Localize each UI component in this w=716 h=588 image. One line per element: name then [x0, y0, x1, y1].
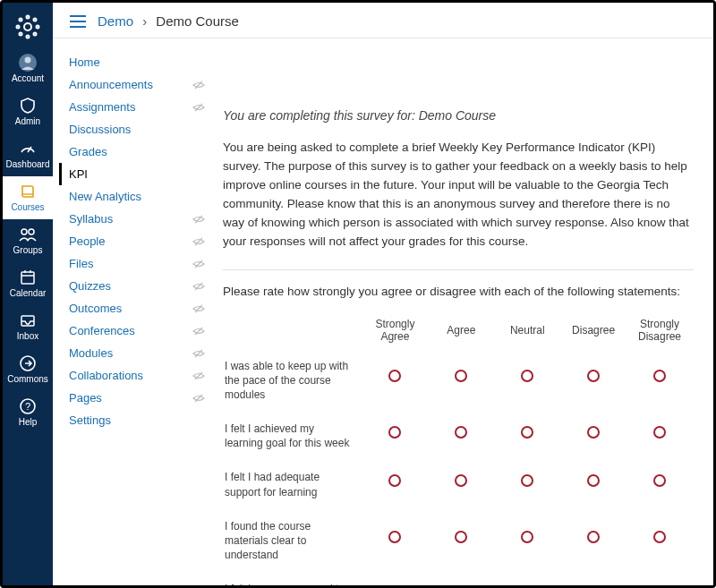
breadcrumb-current: Demo Course — [156, 13, 239, 29]
course-nav-item[interactable]: Settings — [69, 409, 205, 431]
matrix-cell — [495, 464, 559, 511]
nav-help[interactable]: ? Help — [3, 391, 53, 434]
topbar: Demo › Demo Course — [53, 3, 713, 38]
radio-option[interactable] — [455, 531, 467, 543]
matrix-cell — [627, 576, 692, 585]
course-nav-item[interactable]: Outcomes — [69, 297, 205, 320]
matrix-row: I felt I was encouraged to participate o… — [225, 576, 692, 585]
course-nav-item[interactable]: Collaborations — [69, 364, 205, 387]
course-nav-link[interactable]: Quizzes — [69, 279, 111, 293]
radio-option[interactable] — [587, 531, 600, 543]
survey-matrix-prompt: Please rate how strongly you agree or di… — [223, 285, 694, 298]
course-nav-item[interactable]: Grades — [69, 141, 205, 163]
course-nav-link[interactable]: Grades — [69, 145, 107, 158]
matrix-cell — [363, 514, 428, 575]
radio-option[interactable] — [587, 426, 600, 439]
course-nav-link[interactable]: People — [69, 234, 105, 248]
course-nav-link[interactable]: Announcements — [69, 78, 153, 91]
nav-groups-label: Groups — [13, 246, 43, 255]
hidden-eye-icon — [192, 392, 205, 405]
nav-dashboard[interactable]: Dashboard — [3, 133, 53, 176]
radio-option[interactable] — [521, 370, 533, 382]
course-nav-link[interactable]: Assignments — [69, 100, 135, 114]
course-nav-link[interactable]: Settings — [69, 413, 111, 427]
course-nav-item[interactable]: Files — [69, 252, 205, 275]
radio-option[interactable] — [587, 370, 600, 382]
radio-option[interactable] — [521, 531, 533, 543]
matrix-cell — [495, 576, 559, 585]
matrix-statement: I felt I was encouraged to participate o… — [225, 576, 362, 585]
radio-option[interactable] — [388, 531, 401, 543]
matrix-cell — [363, 416, 428, 463]
course-nav-link[interactable]: Conferences — [69, 324, 135, 337]
nav-calendar[interactable]: Calendar — [3, 262, 53, 305]
radio-option[interactable] — [587, 474, 600, 487]
course-nav-item[interactable]: Announcements — [69, 73, 205, 96]
scale-header: Disagree — [561, 314, 626, 352]
radio-option[interactable] — [388, 426, 401, 439]
nav-inbox[interactable]: Inbox — [3, 305, 53, 348]
nav-admin-label: Admin — [15, 117, 40, 126]
course-nav-link[interactable]: KPI — [69, 167, 88, 181]
course-nav-item[interactable]: Modules — [69, 342, 205, 364]
course-nav-link[interactable]: Discussions — [69, 123, 131, 136]
course-nav-item[interactable]: Syllabus — [69, 208, 205, 230]
hidden-eye-icon — [192, 280, 205, 293]
course-nav-link[interactable]: Home — [69, 55, 100, 69]
course-nav-item[interactable]: Pages — [69, 387, 205, 409]
nav-commons[interactable]: Commons — [3, 348, 53, 391]
radio-option[interactable] — [653, 426, 666, 439]
course-nav-item[interactable]: Discussions — [69, 118, 205, 141]
matrix-cell — [627, 354, 692, 415]
radio-option[interactable] — [521, 426, 533, 439]
shield-icon — [19, 96, 37, 115]
nav-admin[interactable]: Admin — [3, 90, 53, 133]
course-nav-item[interactable]: KPI — [59, 163, 205, 185]
radio-option[interactable] — [455, 370, 467, 382]
radio-option[interactable] — [653, 370, 666, 382]
radio-option[interactable] — [455, 426, 467, 439]
course-nav-link[interactable]: New Analytics — [69, 190, 141, 203]
matrix-cell — [561, 514, 626, 575]
course-nav-item[interactable]: Assignments — [69, 96, 205, 118]
svg-point-2 — [27, 36, 30, 38]
matrix-statement: I was able to keep up with the pace of t… — [225, 354, 362, 415]
course-nav-item[interactable]: Conferences — [69, 320, 205, 342]
course-nav-item[interactable]: New Analytics — [69, 185, 205, 208]
course-nav-link[interactable]: Outcomes — [69, 302, 122, 315]
nav-account[interactable]: Account — [3, 47, 53, 90]
matrix-cell — [495, 514, 559, 575]
nav-courses[interactable]: Courses — [3, 176, 53, 219]
course-nav-link[interactable]: Modules — [69, 346, 113, 360]
course-nav-item[interactable]: Home — [69, 51, 205, 73]
radio-option[interactable] — [653, 474, 666, 487]
svg-point-6 — [34, 19, 37, 21]
svg-point-5 — [20, 19, 22, 21]
radio-option[interactable] — [521, 474, 533, 487]
calendar-icon — [19, 268, 37, 287]
radio-option[interactable] — [388, 370, 401, 382]
matrix-row: I was able to keep up with the pace of t… — [225, 354, 692, 415]
radio-option[interactable] — [653, 531, 666, 543]
course-nav-link[interactable]: Collaborations — [69, 369, 143, 382]
breadcrumb-root[interactable]: Demo — [98, 13, 133, 29]
divider — [223, 269, 694, 270]
course-nav-link[interactable]: Syllabus — [69, 212, 113, 226]
canvas-logo-icon[interactable] — [14, 13, 41, 40]
survey-intro-title: You are completing this survey for: Demo… — [223, 108, 694, 123]
scale-header: Strongly Disagree — [627, 314, 692, 352]
course-nav-link[interactable]: Pages — [69, 391, 102, 405]
course-nav-item[interactable]: People — [69, 230, 205, 252]
radio-option[interactable] — [455, 474, 467, 487]
scale-header: Neutral — [495, 314, 559, 352]
svg-point-7 — [20, 33, 22, 36]
nav-groups[interactable]: Groups — [3, 219, 53, 262]
matrix-cell — [561, 464, 626, 511]
matrix-cell — [363, 576, 428, 585]
hamburger-icon[interactable] — [69, 14, 87, 29]
radio-option[interactable] — [388, 474, 401, 487]
inbox-icon — [19, 311, 37, 330]
svg-rect-15 — [21, 272, 34, 284]
course-nav-link[interactable]: Files — [69, 257, 93, 270]
course-nav-item[interactable]: Quizzes — [69, 275, 205, 297]
